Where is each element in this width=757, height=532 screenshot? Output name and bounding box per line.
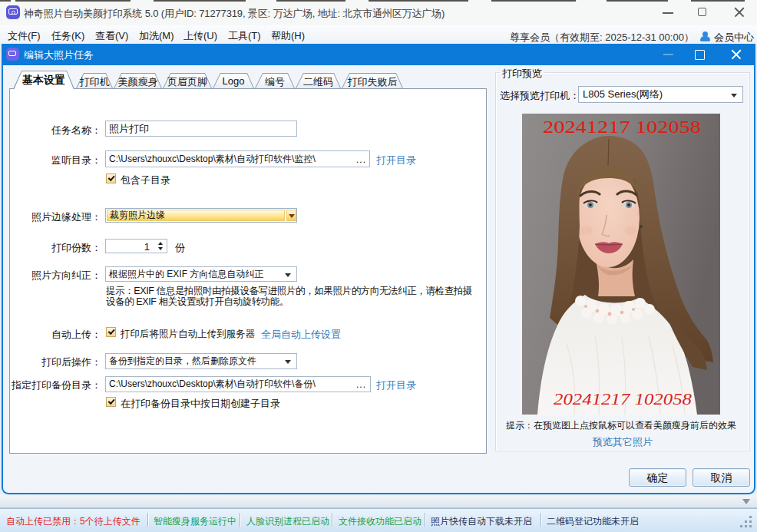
- svg-text:20241217 102058: 20241217 102058: [554, 390, 693, 408]
- svg-text:20241217 102058: 20241217 102058: [543, 117, 701, 137]
